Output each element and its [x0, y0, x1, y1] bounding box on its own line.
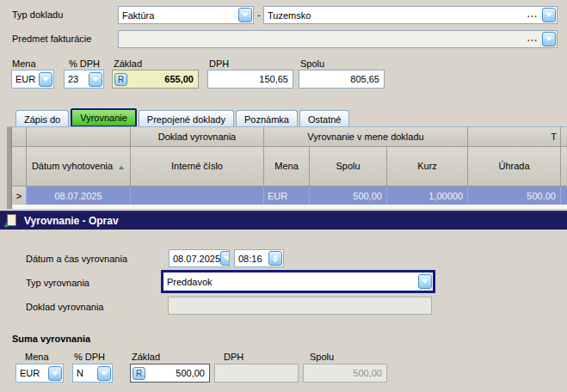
dialog-title: Vyrovnanie - Oprav	[24, 215, 119, 227]
typ-dokladu-subtype-value: Tuzemsko	[264, 10, 311, 21]
cell-uhrada[interactable]: 500,00	[468, 187, 561, 205]
grid-header-sliver	[561, 147, 567, 187]
dph-field[interactable]: 150,65	[207, 70, 293, 89]
chevron-down-icon[interactable]	[220, 251, 230, 266]
grid-header-kurz[interactable]: Kurz	[387, 147, 468, 187]
suma-dph-rate-label: % DPH	[74, 352, 105, 362]
time-value: 08:16	[235, 254, 262, 264]
chevron-down-icon[interactable]	[418, 274, 432, 289]
spolu-value: 805,65	[347, 74, 384, 84]
grid-empty-area	[12, 205, 567, 209]
spinner-updown-icon[interactable]	[268, 251, 282, 266]
predmet-label: Predmet fakturácie	[12, 34, 91, 44]
dialog-titlebar: + Vyrovnanie - Oprav	[0, 211, 567, 230]
r-recalc-button[interactable]: R	[133, 367, 145, 380]
typ-dokladu-label: Typ dokladu	[12, 9, 63, 20]
chevron-down-icon[interactable]	[238, 8, 252, 22]
suma-vyrovnania-header: Suma vyrovnania	[12, 334, 90, 344]
dph-rate-label: % DPH	[69, 58, 100, 69]
cell-kurz[interactable]: 1,00000	[387, 187, 468, 205]
chevron-down-icon[interactable]	[48, 366, 62, 381]
chevron-down-icon[interactable]	[542, 8, 556, 22]
cell-datum[interactable]: 08.07.2025	[27, 187, 131, 205]
grid-header-datum[interactable]: Dátum vyhotovenia	[27, 147, 131, 187]
grid-header-spolu[interactable]: Spolu	[310, 147, 387, 187]
dph-label: DPH	[209, 58, 229, 69]
suma-dph-rate-combo[interactable]: N	[72, 364, 113, 383]
chevron-down-icon[interactable]	[97, 366, 111, 381]
typ-dokladu-separator: -	[257, 9, 261, 20]
ellipsis-button[interactable]: ...	[527, 9, 540, 22]
dph-rate-combo[interactable]: 23	[64, 70, 104, 89]
tab-strip: Zápis do Vyrovnanie Prepojené doklady Po…	[15, 108, 349, 127]
spolu-label: Spolu	[300, 58, 324, 69]
mena-value: EUR	[12, 74, 35, 84]
grid-group-doklad: Doklad vyrovnania	[131, 127, 264, 147]
grid-group-corner	[12, 127, 27, 147]
grid-group-sliver	[561, 127, 567, 147]
invoice-window: Typ dokladu Faktúra - Tuzemsko ... Predm…	[0, 0, 567, 392]
doklad-vyrovnania-label: Doklad vyrovnania	[26, 302, 104, 312]
zaklad-label: Základ	[114, 58, 142, 69]
tab-poznamka[interactable]: Poznámka	[236, 110, 298, 127]
tab-prepojene-doklady[interactable]: Prepojené doklady	[139, 110, 234, 127]
grid-group-truncated: T	[468, 127, 561, 147]
mena-combo[interactable]: EUR	[11, 70, 54, 89]
spolu-field[interactable]: 805,65	[299, 70, 385, 89]
typ-dokladu-value: Faktúra	[119, 10, 154, 21]
dph-value: 150,65	[256, 74, 293, 84]
suma-spolu-field: 500,00	[303, 364, 387, 383]
form-edit-icon: +	[6, 214, 17, 227]
typ-dokladu-subtype-field[interactable]: Tuzemsko ...	[263, 6, 558, 24]
typ-vyrovnania-focus-ring: Preddavok	[161, 270, 435, 293]
suma-zaklad-value: 500,00	[172, 368, 209, 378]
sort-ascending-icon	[118, 164, 125, 169]
suma-spolu-label: Spolu	[310, 352, 334, 362]
suma-zaklad-field[interactable]: R 500,00	[130, 364, 210, 383]
suma-dph-label: DPH	[224, 352, 243, 362]
tab-ostatne[interactable]: Ostatné	[299, 110, 350, 127]
suma-dph-rate-value: N	[73, 368, 83, 378]
time-spinner[interactable]: 08:16	[234, 249, 284, 267]
ellipsis-button[interactable]: ...	[527, 33, 540, 46]
tab-zapis-do[interactable]: Zápis do	[15, 110, 69, 127]
suma-mena-value: EUR	[16, 368, 40, 378]
chevron-down-icon[interactable]	[89, 72, 102, 87]
predmet-field[interactable]: ...	[118, 30, 558, 48]
suma-dph-field	[214, 364, 299, 383]
date-value: 08.07.2025	[169, 254, 220, 264]
date-picker[interactable]: 08.07.2025	[169, 249, 230, 267]
grid-header-indicator	[12, 147, 27, 187]
r-recalc-button[interactable]: R	[114, 73, 127, 86]
grid-group-vyrovnanie-mena: Vyrovnanie v mene dokladu	[264, 127, 468, 147]
suma-spolu-value: 500,00	[349, 368, 386, 378]
typ-dokladu-combo[interactable]: Faktúra	[118, 6, 254, 24]
cell-interne-cislo[interactable]	[131, 187, 264, 205]
grid-header-mena[interactable]: Mena	[264, 147, 310, 187]
suma-zaklad-label: Základ	[132, 352, 160, 362]
tab-vyrovnanie[interactable]: Vyrovnanie	[71, 108, 137, 127]
grid-header-uhrada[interactable]: Úhrada	[468, 147, 561, 187]
doklad-vyrovnania-field	[168, 297, 432, 315]
grid-header-interne-cislo[interactable]: Interné číslo	[131, 147, 264, 187]
chevron-down-icon[interactable]	[39, 72, 52, 87]
row-indicator: >	[12, 187, 27, 205]
suma-mena-label: Mena	[25, 352, 49, 362]
datum-cas-label: Dátum a čas vyrovnania	[26, 254, 127, 264]
dph-rate-value: 23	[65, 74, 78, 84]
zaklad-value: 655,00	[161, 74, 198, 84]
suma-mena-combo[interactable]: EUR	[15, 364, 64, 383]
typ-vyrovnania-combo[interactable]: Preddavok	[163, 273, 433, 291]
zaklad-field[interactable]: R 655,00	[112, 70, 199, 89]
typ-vyrovnania-label: Typ vyrovnania	[26, 278, 89, 288]
mena-label: Mena	[12, 58, 36, 69]
cell-mena[interactable]: EUR	[264, 187, 310, 205]
chevron-down-icon[interactable]	[542, 32, 556, 46]
cell-sliver	[561, 187, 567, 205]
grid-group-empty	[27, 127, 131, 147]
cell-spolu[interactable]: 500,00	[310, 187, 387, 205]
typ-vyrovnania-value: Preddavok	[163, 277, 213, 287]
